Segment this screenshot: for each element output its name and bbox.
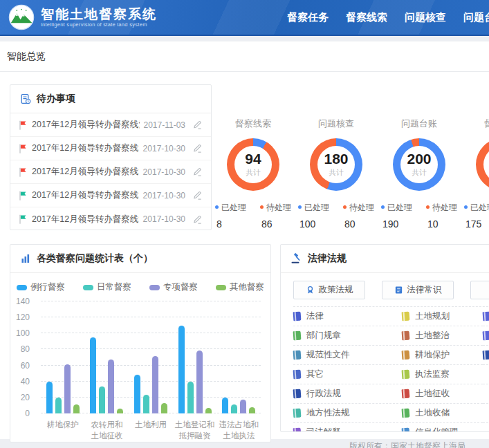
bar — [152, 356, 158, 413]
todo-item[interactable]: 2017年12月领导转办督察线索 2017-11-03 — [10, 113, 211, 137]
processed-value: 8 — [216, 218, 246, 230]
donut-legend: 已处理 175 待处理 — [461, 202, 489, 230]
law-category-item[interactable] — [483, 326, 489, 346]
bar — [222, 398, 228, 413]
bar-legend-item: 其他督察 — [216, 281, 264, 293]
brand: 智能土地督察系统 intelligent supervision of stat… — [8, 4, 157, 30]
app-subtitle: intelligent supervision of state land sy… — [41, 21, 157, 28]
nav-item-1[interactable]: 督察线索 — [346, 11, 387, 24]
law-category-item[interactable]: 规范性文件 — [293, 346, 402, 365]
law-category-item[interactable]: 土地征收 — [402, 384, 483, 404]
y-tick-label: 100 — [16, 328, 30, 338]
law-category-label: 土地征收 — [415, 388, 450, 400]
bar-chart-icon — [20, 253, 31, 264]
donut-chart-1: 问题核查 180 共计 已处理 100 待处理 80 — [295, 118, 378, 230]
x-category-label: 违法占地和土地执法 — [216, 420, 261, 441]
book-icon — [402, 351, 410, 360]
todo-item[interactable]: 2017年12月领导转办督察线索 2017-10-30 — [10, 137, 211, 160]
pending-value: 10 — [427, 218, 457, 230]
law-category-item[interactable]: 行政法规 — [293, 384, 402, 404]
y-tick-label: 0 — [25, 409, 30, 418]
todo-card: 待办事项 2017年12月领导转办督察线索 2017-11-03 2017年12… — [10, 84, 212, 230]
donut-chart-0: 督察线索 94 共计 已处理 8 待处理 86 — [212, 118, 295, 230]
law-category-empty — [483, 423, 489, 432]
book-icon — [402, 370, 410, 380]
donut-center — [483, 146, 489, 183]
law-category-item[interactable]: 法律 — [293, 307, 402, 326]
nav-item-0[interactable]: 督察任务 — [287, 11, 329, 24]
donut-total-value: 180 — [324, 151, 348, 166]
todo-card-header: 待办事项 — [10, 85, 211, 113]
bar — [64, 364, 71, 413]
bar-card-header: 各类督察问题统计表（个） — [10, 245, 270, 273]
todo-item-title: 2017年12月领导转办督察线索 — [32, 214, 139, 225]
legend-pending: 待处理 86 — [260, 202, 291, 230]
book-icon — [293, 428, 302, 432]
processed-dot-icon — [464, 205, 468, 209]
flag-icon — [19, 214, 27, 224]
nav-item-3[interactable]: 问题台账 — [463, 11, 489, 24]
bar — [249, 407, 255, 413]
pending-dot-icon — [426, 205, 430, 209]
donut-total-label: 共计 — [246, 168, 261, 178]
donut-total-value: 94 — [245, 151, 261, 166]
book-icon — [293, 409, 302, 418]
book-icon — [402, 409, 410, 418]
donut-ring: 180 共计 — [310, 138, 362, 191]
bar-card-title: 各类督察问题统计表（个） — [37, 252, 153, 265]
edit-icon[interactable] — [192, 214, 203, 225]
edit-icon[interactable] — [192, 120, 203, 130]
law-category-item[interactable] — [483, 307, 489, 326]
law-category-item[interactable]: 其它 — [293, 365, 402, 384]
bar — [161, 403, 167, 413]
bar — [143, 395, 149, 413]
legend-swatch-icon — [83, 285, 93, 290]
bar — [178, 326, 185, 413]
donut-chart-3: 督察任务 已处理 175 待处理 — [461, 118, 489, 230]
law-category-empty — [483, 384, 489, 404]
pending-value: 80 — [344, 218, 374, 230]
book-icon — [293, 370, 302, 380]
law-category-item[interactable]: 土地收储 — [402, 404, 483, 423]
edit-icon[interactable] — [192, 167, 203, 177]
bar-legend-item: 专项督察 — [149, 281, 198, 293]
flag-icon — [19, 191, 27, 200]
top-navbar: 智能土地督察系统 intelligent supervision of stat… — [0, 0, 489, 36]
law-button-0[interactable]: 政策法规 — [293, 281, 365, 299]
law-button-1[interactable]: 法律常识 — [382, 281, 454, 299]
law-category-item[interactable]: 信息化管理 — [402, 423, 483, 432]
law-category-item[interactable]: 土地整治 — [402, 326, 483, 346]
bar-legend-item: 例行督察 — [17, 281, 65, 293]
laws-card: 法律法规 政策法规法律常识 法律土地规划部门规章土地整治规范性文件耕地保护其它执… — [280, 244, 489, 432]
law-category-item[interactable]: 地方性法规 — [293, 404, 402, 423]
todo-item[interactable]: 2017年12月领导转办督察线索 2017-10-30 — [10, 207, 211, 231]
law-category-label: 土地整治 — [415, 330, 450, 342]
law-category-label: 司法解释 — [306, 427, 341, 432]
pending-dot-icon — [260, 205, 264, 209]
todo-item[interactable]: 2017年12月领导转办督察线索 2017-10-30 — [10, 160, 211, 184]
todo-icon — [20, 93, 31, 104]
processed-dot-icon — [381, 205, 385, 209]
law-category-item[interactable]: 土地规划 — [402, 307, 483, 326]
law-category-item[interactable]: 耕地保护 — [402, 346, 483, 365]
law-category-label: 地方性法规 — [306, 407, 350, 419]
book-icon — [483, 312, 489, 321]
nav-item-2[interactable]: 问题核查 — [405, 11, 446, 24]
edit-icon[interactable] — [192, 143, 203, 153]
edit-icon[interactable] — [192, 190, 203, 200]
todo-item-date: 2017-10-30 — [143, 167, 185, 177]
law-category-item[interactable]: 执法监察 — [402, 365, 483, 384]
todo-item[interactable]: 2017年12月领导转办督察线索 2017-10-30 — [10, 184, 211, 207]
processed-value: 190 — [382, 218, 412, 230]
law-button-2[interactable] — [470, 281, 489, 299]
todo-item-date: 2017-10-30 — [143, 144, 185, 153]
bar — [46, 382, 53, 413]
book-icon — [402, 331, 410, 341]
law-category-item[interactable] — [483, 346, 489, 365]
donut-ring: 200 共计 — [393, 138, 445, 191]
todo-list: 2017年12月领导转办督察线索 2017-11-03 2017年12月领导转办… — [10, 113, 211, 231]
law-category-item[interactable]: 司法解释 — [293, 423, 402, 432]
law-button-label: 政策法规 — [319, 284, 353, 296]
law-category-item[interactable]: 部门规章 — [293, 326, 402, 346]
bar-group-4 — [216, 301, 261, 413]
